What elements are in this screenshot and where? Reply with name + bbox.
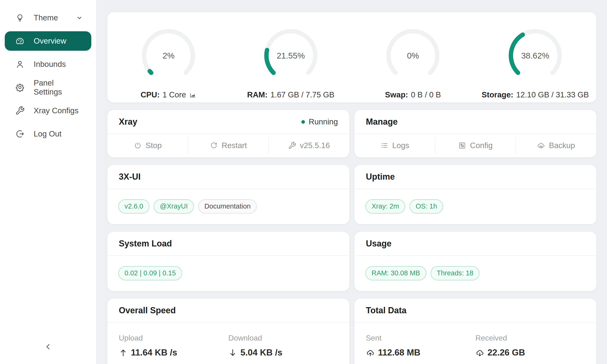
overall-speed-stats: Upload 11.64 KB /s Download 5.04	[107, 323, 349, 358]
ram-gauge: 21.55% RAM: 1.67 GB / 7.75 GB	[230, 26, 352, 99]
system-load-card-header: System Load	[107, 232, 349, 256]
usage-card-header: Usage	[355, 232, 596, 256]
xray-uptime-tag: Xray: 2m	[365, 199, 405, 213]
sidebar-item-label: Theme	[34, 13, 58, 22]
cpu-gauge-ring: 2%	[139, 26, 198, 85]
load-average-tag: 0.02 | 0.09 | 0.15	[118, 266, 182, 280]
received-value: 22.26 GB	[475, 348, 585, 358]
usage-card: Usage RAM: 30.08 MB Threads: 18	[355, 232, 596, 291]
sidebar-item-xray-configs[interactable]: Xray Configs	[5, 101, 91, 120]
xray-card: Xray Running Stop Restart	[107, 110, 349, 157]
card-title: Xray	[119, 117, 137, 127]
threads-tag: Threads: 18	[431, 266, 480, 280]
total-data-card-header: Total Data	[355, 299, 596, 323]
xui-card-header: 3X-UI	[107, 165, 349, 189]
sliders-icon	[458, 142, 466, 150]
cpu-gauge: 2% CPU: 1 Core	[107, 26, 230, 99]
xray-status: Running	[301, 117, 338, 126]
sidebar-item-theme[interactable]: Theme	[5, 8, 91, 27]
sidebar-item-inbounds[interactable]: Inbounds	[5, 54, 91, 74]
manage-card-header: Manage	[355, 110, 596, 134]
sidebar-item-panel-settings[interactable]: Panel Settings	[5, 78, 91, 97]
gear-icon	[15, 83, 25, 92]
ram-label: RAM: 1.67 GB / 7.75 GB	[247, 90, 334, 99]
sent-stat: Sent 112.68 MB	[366, 334, 475, 358]
swap-gauge-ring: 0%	[384, 26, 442, 85]
xui-card: 3X-UI v2.6.0 @XrayUI Documentation	[107, 165, 349, 224]
system-load-card: System Load 0.02 | 0.09 | 0.15	[107, 232, 349, 291]
os-uptime-tag: OS: 1h	[409, 199, 443, 213]
storage-label: Storage: 12.10 GB / 31.33 GB	[482, 90, 589, 99]
storage-gauge-ring: 38.62%	[506, 26, 564, 85]
sent-value: 112.68 MB	[366, 348, 475, 358]
wrench-icon	[288, 142, 296, 150]
chevron-down-icon	[76, 14, 83, 22]
manage-actions: Logs Config Backup	[355, 134, 596, 157]
xray-status-label: Running	[309, 117, 338, 126]
download-value: 5.04 KB /s	[228, 348, 338, 358]
chevron-left-icon	[44, 342, 53, 351]
xray-actions: Stop Restart v25.5.16	[107, 134, 349, 157]
main-content: 2% CPU: 1 Core 21.55% RAM: 1.67 GB / 7.7…	[96, 0, 607, 364]
storage-percent: 38.62%	[506, 26, 564, 85]
card-title: Manage	[366, 117, 398, 127]
xray-version-button[interactable]: v25.5.16	[269, 134, 349, 157]
sidebar: Theme Overview Inbounds Panel Settings X…	[0, 0, 96, 364]
sidebar-collapse-button[interactable]	[37, 340, 60, 353]
backup-button[interactable]: Backup	[516, 134, 596, 157]
cpu-label: CPU: 1 Core	[141, 90, 197, 99]
upload-value: 11.64 KB /s	[119, 348, 228, 358]
restart-button[interactable]: Restart	[188, 134, 269, 157]
swap-label: Swap: 0 B / 0 B	[385, 90, 441, 99]
uptime-card-header: Uptime	[355, 165, 596, 189]
dashboard-icon	[15, 36, 25, 46]
xui-tags: v2.6.0 @XrayUI Documentation	[107, 189, 349, 224]
ram-usage-tag: RAM: 30.08 MB	[365, 266, 426, 280]
manage-card: Manage Logs Config	[355, 110, 596, 157]
cloud-download-icon	[475, 348, 484, 357]
cards-grid: Xray Running Stop Restart	[107, 110, 596, 364]
total-data-stats: Sent 112.68 MB Received 22.26 GB	[355, 323, 596, 358]
arrow-down-icon	[228, 348, 237, 357]
sidebar-item-label: Xray Configs	[34, 106, 79, 115]
documentation-tag[interactable]: Documentation	[198, 199, 257, 213]
sidebar-item-logout[interactable]: Log Out	[5, 124, 91, 143]
card-title: System Load	[119, 239, 172, 248]
system-gauges-card: 2% CPU: 1 Core 21.55% RAM: 1.67 GB / 7.7…	[107, 12, 596, 102]
list-icon	[380, 142, 388, 150]
card-title: Total Data	[366, 305, 406, 315]
cpu-history-chart-icon[interactable]	[189, 91, 197, 99]
download-stat: Download 5.04 KB /s	[228, 334, 338, 358]
card-title: Uptime	[366, 172, 395, 182]
xray-card-header: Xray Running	[107, 110, 349, 134]
sidebar-item-label: Overview	[34, 37, 66, 46]
arrow-up-icon	[119, 348, 128, 357]
card-title: Overall Speed	[119, 305, 176, 315]
telegram-tag[interactable]: @XrayUI	[154, 199, 194, 213]
reload-icon	[210, 142, 218, 150]
stat-label: Sent	[366, 334, 475, 342]
cloud-upload-icon	[366, 348, 375, 357]
power-icon	[134, 142, 142, 150]
stat-label: Received	[475, 334, 585, 342]
storage-gauge: 38.62% Storage: 12.10 GB / 31.33 GB	[474, 26, 596, 99]
cloud-server-icon	[537, 142, 545, 150]
sidebar-item-label: Log Out	[34, 130, 61, 138]
usage-tags: RAM: 30.08 MB Threads: 18	[355, 256, 596, 290]
sidebar-item-label: Inbounds	[34, 60, 66, 69]
system-load-tags: 0.02 | 0.09 | 0.15	[107, 256, 349, 290]
version-tag[interactable]: v2.6.0	[118, 199, 149, 213]
stat-label: Upload	[119, 334, 228, 342]
overall-speed-card: Overall Speed Upload 11.64 KB /s Downloa…	[107, 299, 349, 364]
sidebar-item-overview[interactable]: Overview	[5, 31, 91, 51]
config-button[interactable]: Config	[435, 134, 516, 157]
ram-percent: 21.55%	[262, 26, 320, 85]
uptime-card: Uptime Xray: 2m OS: 1h	[355, 165, 596, 224]
logs-button[interactable]: Logs	[355, 134, 435, 157]
lightbulb-icon	[15, 13, 25, 23]
stop-button[interactable]: Stop	[107, 134, 188, 157]
sidebar-item-label: Panel Settings	[34, 78, 83, 96]
upload-stat: Upload 11.64 KB /s	[119, 334, 228, 358]
user-icon	[15, 60, 25, 69]
swap-gauge: 0% Swap: 0 B / 0 B	[352, 26, 474, 99]
